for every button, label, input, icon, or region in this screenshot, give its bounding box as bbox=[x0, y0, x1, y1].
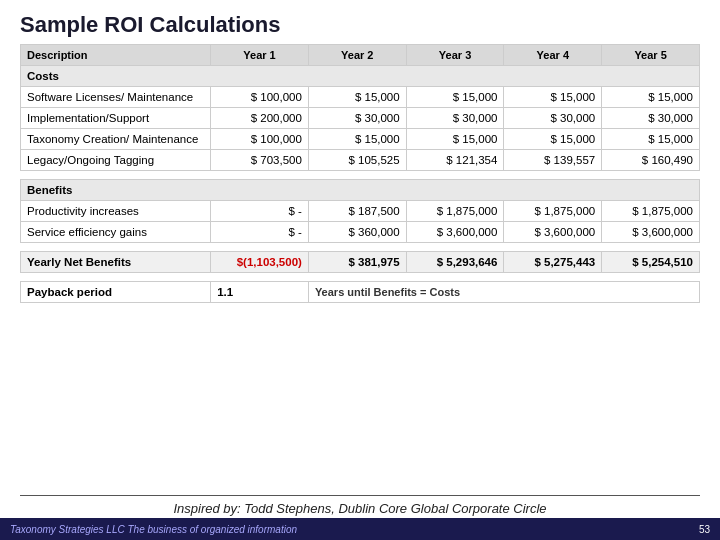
col-header-year4: Year 4 bbox=[504, 45, 602, 66]
page: Sample ROI Calculations Description Year… bbox=[0, 0, 720, 540]
yearly-net-y5: $ 5,254,510 bbox=[602, 252, 700, 273]
table-row: Implementation/Support $ 200,000 $ 30,00… bbox=[21, 108, 700, 129]
row-y2: $ 15,000 bbox=[308, 129, 406, 150]
row-desc: Software Licenses/ Maintenance bbox=[21, 87, 211, 108]
costs-section-header: Costs bbox=[21, 66, 700, 87]
inspired-text: Inspired by: Todd Stephens, Dublin Core … bbox=[0, 498, 720, 518]
row-y4: $ 3,600,000 bbox=[504, 222, 602, 243]
row-y4: $ 139,557 bbox=[504, 150, 602, 171]
row-y5: $ 30,000 bbox=[602, 108, 700, 129]
payback-label: Payback period bbox=[21, 282, 211, 303]
col-header-year2: Year 2 bbox=[308, 45, 406, 66]
row-y5: $ 1,875,000 bbox=[602, 201, 700, 222]
col-header-year1: Year 1 bbox=[211, 45, 309, 66]
row-y3: $ 15,000 bbox=[406, 129, 504, 150]
spacer-row3 bbox=[21, 273, 700, 282]
col-header-year5: Year 5 bbox=[602, 45, 700, 66]
yearly-net-row: Yearly Net Benefits $(1,103,500) $ 381,9… bbox=[21, 252, 700, 273]
row-y1: $ 100,000 bbox=[211, 87, 309, 108]
row-y2: $ 15,000 bbox=[308, 87, 406, 108]
row-y1: $ 100,000 bbox=[211, 129, 309, 150]
table-row: Taxonomy Creation/ Maintenance $ 100,000… bbox=[21, 129, 700, 150]
roi-table: Description Year 1 Year 2 Year 3 Year 4 … bbox=[20, 44, 700, 303]
row-y3: $ 121,354 bbox=[406, 150, 504, 171]
row-y5: $ 160,490 bbox=[602, 150, 700, 171]
row-y2: $ 187,500 bbox=[308, 201, 406, 222]
row-y1: $ - bbox=[211, 201, 309, 222]
row-y4: $ 30,000 bbox=[504, 108, 602, 129]
row-y4: $ 1,875,000 bbox=[504, 201, 602, 222]
row-y1: $ - bbox=[211, 222, 309, 243]
payback-value: 1.1 bbox=[211, 282, 309, 303]
col-header-description: Description bbox=[21, 45, 211, 66]
col-header-year3: Year 3 bbox=[406, 45, 504, 66]
row-y3: $ 1,875,000 bbox=[406, 201, 504, 222]
row-desc: Implementation/Support bbox=[21, 108, 211, 129]
benefits-label: Benefits bbox=[21, 180, 700, 201]
table-row: Productivity increases $ - $ 187,500 $ 1… bbox=[21, 201, 700, 222]
row-y5: $ 15,000 bbox=[602, 87, 700, 108]
costs-label: Costs bbox=[21, 66, 700, 87]
yearly-net-label: Yearly Net Benefits bbox=[21, 252, 211, 273]
payback-note: Years until Benefits = Costs bbox=[308, 282, 699, 303]
yearly-net-y1: $(1,103,500) bbox=[211, 252, 309, 273]
row-desc: Legacy/Ongoing Tagging bbox=[21, 150, 211, 171]
yearly-net-y4: $ 5,275,443 bbox=[504, 252, 602, 273]
row-y3: $ 3,600,000 bbox=[406, 222, 504, 243]
row-y5: $ 15,000 bbox=[602, 129, 700, 150]
row-y1: $ 703,500 bbox=[211, 150, 309, 171]
main-content: Description Year 1 Year 2 Year 3 Year 4 … bbox=[0, 44, 720, 489]
row-y1: $ 200,000 bbox=[211, 108, 309, 129]
header: Sample ROI Calculations bbox=[0, 0, 720, 44]
table-row: Legacy/Ongoing Tagging $ 703,500 $ 105,5… bbox=[21, 150, 700, 171]
row-y4: $ 15,000 bbox=[504, 129, 602, 150]
table-row: Software Licenses/ Maintenance $ 100,000… bbox=[21, 87, 700, 108]
footer-right: 53 bbox=[699, 524, 710, 535]
row-y2: $ 360,000 bbox=[308, 222, 406, 243]
row-y5: $ 3,600,000 bbox=[602, 222, 700, 243]
row-desc: Service efficiency gains bbox=[21, 222, 211, 243]
row-y2: $ 30,000 bbox=[308, 108, 406, 129]
benefits-section-header: Benefits bbox=[21, 180, 700, 201]
footer-bar: Taxonomy Strategies LLC The business of … bbox=[0, 518, 720, 540]
row-y2: $ 105,525 bbox=[308, 150, 406, 171]
row-y3: $ 30,000 bbox=[406, 108, 504, 129]
yearly-net-y3: $ 5,293,646 bbox=[406, 252, 504, 273]
payback-row: Payback period 1.1 Years until Benefits … bbox=[21, 282, 700, 303]
row-desc: Productivity increases bbox=[21, 201, 211, 222]
yearly-net-y2: $ 381,975 bbox=[308, 252, 406, 273]
row-desc: Taxonomy Creation/ Maintenance bbox=[21, 129, 211, 150]
row-y4: $ 15,000 bbox=[504, 87, 602, 108]
spacer-row bbox=[21, 171, 700, 180]
spacer-row2 bbox=[21, 243, 700, 252]
page-title: Sample ROI Calculations bbox=[20, 12, 700, 38]
row-y3: $ 15,000 bbox=[406, 87, 504, 108]
footer-divider bbox=[20, 495, 700, 496]
table-row: Service efficiency gains $ - $ 360,000 $… bbox=[21, 222, 700, 243]
footer-left: Taxonomy Strategies LLC The business of … bbox=[10, 524, 297, 535]
